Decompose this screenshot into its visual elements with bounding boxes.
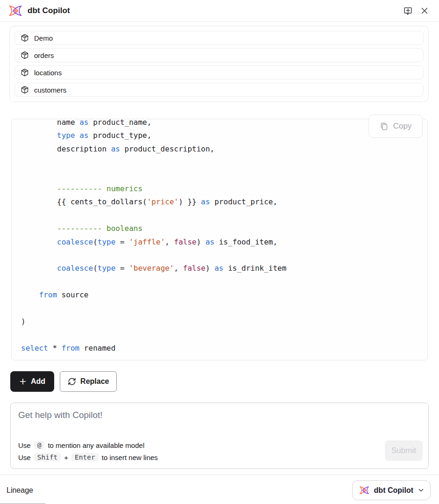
code-line: [21, 302, 418, 315]
replace-button[interactable]: Replace: [60, 371, 117, 392]
shift-key-chip: Shift: [34, 453, 61, 461]
code-line: ---------- numerics: [21, 182, 418, 195]
prompt-hints: Use @ to mention any available model Use…: [18, 439, 158, 463]
code-block-panel: name as product_name, type as product_ty…: [11, 119, 428, 360]
hint-mention: Use @ to mention any available model: [18, 439, 158, 451]
footer-bar: Lineage dbt Copilot: [0, 475, 439, 504]
package-icon: [21, 68, 29, 77]
code-scroll-area[interactable]: name as product_name, type as product_ty…: [12, 119, 427, 360]
hint-text: Use: [18, 454, 31, 461]
add-button[interactable]: Add: [10, 371, 54, 392]
enter-key-chip: Enter: [71, 453, 99, 461]
model-chip-demo[interactable]: Demo: [14, 31, 424, 45]
refresh-icon: [68, 377, 76, 386]
code-line: name as product_name,: [21, 119, 418, 129]
chevron-down-icon: [418, 487, 424, 493]
panel-title: dbt Copilot: [28, 6, 70, 15]
model-chip-label: orders: [34, 51, 54, 59]
code-line: ): [21, 315, 418, 328]
model-chip-label: locations: [34, 69, 62, 77]
code-line: description as product_description,: [21, 143, 418, 156]
insert-in-editor-icon[interactable]: [403, 6, 413, 16]
model-chip-orders[interactable]: orders: [14, 48, 424, 62]
package-icon: [21, 86, 29, 94]
code-line: [21, 156, 418, 169]
copy-icon: [380, 122, 389, 131]
submit-button[interactable]: Submit: [385, 440, 423, 461]
model-chip-list: Demoorderslocationscustomers: [9, 26, 429, 102]
replace-button-label: Replace: [80, 377, 109, 386]
code-line: select * from renamed: [21, 342, 418, 355]
copilot-mode-label: dbt Copilot: [374, 486, 413, 495]
dbt-copilot-logo-icon: [8, 5, 22, 17]
code-line: [21, 169, 418, 182]
package-icon: [21, 34, 29, 42]
code-line: from source: [21, 288, 418, 302]
hint-text: +: [64, 454, 68, 461]
copy-button-label: Copy: [393, 122, 412, 131]
tab-lineage[interactable]: Lineage: [7, 486, 33, 495]
code-line: [21, 329, 418, 342]
copy-button[interactable]: Copy: [368, 115, 423, 138]
copilot-prompt-box[interactable]: Get help with Copilot! Use @ to mention …: [10, 403, 429, 469]
code-line: [21, 209, 418, 222]
copilot-mode-dropdown[interactable]: dbt Copilot: [352, 480, 431, 500]
code-line: [21, 275, 418, 288]
at-key-chip: @: [34, 441, 45, 449]
hint-text: to mention any available model: [48, 441, 144, 449]
model-chip-locations[interactable]: locations: [14, 65, 424, 79]
panel-header: dbt Copilot: [0, 0, 439, 22]
package-icon: [21, 51, 29, 59]
model-chip-label: customers: [34, 86, 66, 94]
code-line: coalesce(type = 'beverage', false) as is…: [21, 262, 418, 275]
code-line: {{ cents_to_dollars('price') }} as produ…: [21, 195, 418, 209]
add-button-label: Add: [31, 377, 45, 386]
action-buttons-row: Add Replace: [10, 371, 429, 392]
model-chip-customers[interactable]: customers: [14, 83, 424, 97]
code-line: coalesce(type = 'jaffle', false) as is_f…: [21, 236, 418, 249]
code-line: type as product_type,: [21, 129, 418, 142]
plus-icon: [19, 378, 27, 385]
hint-text: to insert new lines: [102, 454, 158, 461]
close-icon[interactable]: [419, 6, 430, 16]
code-line: ---------- booleans: [21, 222, 418, 235]
sql-code: name as product_name, type as product_ty…: [12, 119, 427, 355]
code-line: [21, 249, 418, 262]
hint-newline: Use Shift + Enter to insert new lines: [18, 451, 158, 463]
model-chip-label: Demo: [34, 34, 53, 42]
dbt-copilot-logo-icon: [359, 486, 369, 495]
prompt-placeholder: Get help with Copilot!: [18, 410, 421, 420]
hint-text: Use: [18, 441, 31, 449]
